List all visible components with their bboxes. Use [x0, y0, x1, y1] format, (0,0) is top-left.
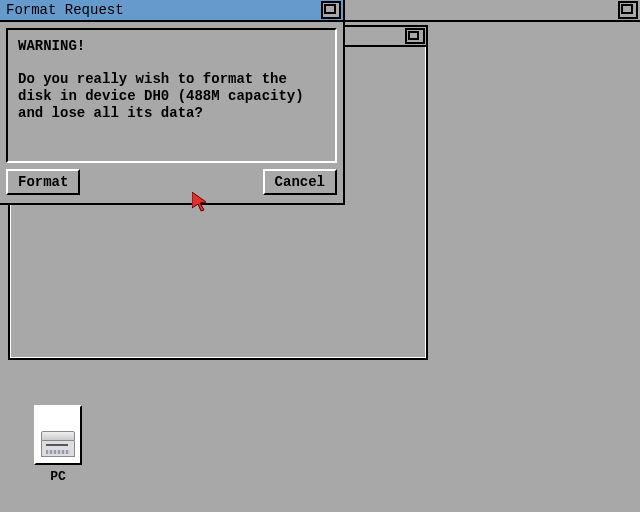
dialog-content: WARNING! Do you really wish to format th…	[6, 28, 337, 163]
format-request-dialog: Format Request WARNING! Do you really wi…	[0, 0, 345, 205]
warning-label: WARNING!	[18, 38, 325, 55]
dialog-title: Format Request	[6, 2, 124, 18]
zoom-gadget-icon[interactable]	[618, 1, 638, 19]
zoom-gadget-icon[interactable]	[405, 28, 425, 44]
cancel-button[interactable]: Cancel	[263, 169, 337, 195]
dialog-titlebar[interactable]: Format Request	[0, 0, 343, 22]
format-button[interactable]: Format	[6, 169, 80, 195]
drive-icon	[34, 405, 82, 465]
dialog-button-row: Format Cancel	[6, 169, 337, 197]
desktop-icon-pc[interactable]: PC	[30, 405, 86, 484]
warning-message: Do you really wish to format the disk in…	[18, 71, 325, 122]
zoom-gadget-icon[interactable]	[321, 1, 341, 19]
desktop-icon-label: PC	[30, 469, 86, 484]
